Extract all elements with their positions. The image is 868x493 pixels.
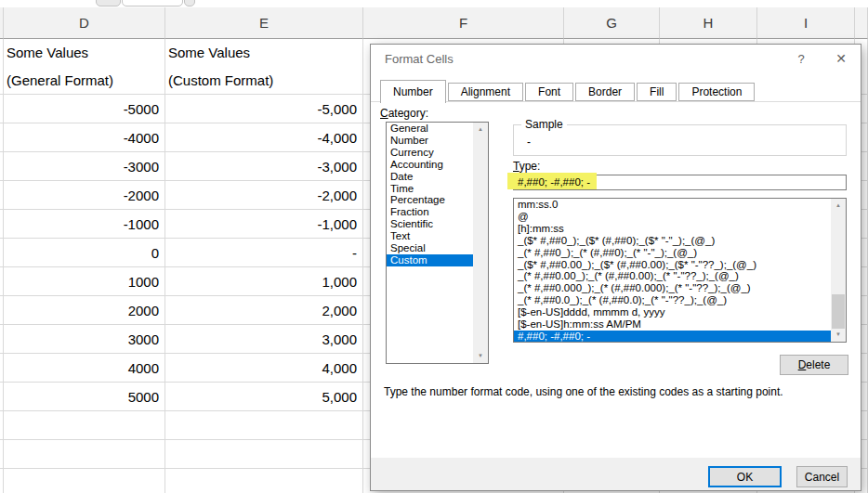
type-list-item-5[interactable]: _($* #,##0.00_);_($* (#,##0.00);_($* "-"… [514, 259, 832, 271]
help-icon[interactable]: ? [794, 52, 809, 66]
cell-E0[interactable]: Some Values (Custom Format) [165, 39, 363, 95]
tab-number[interactable]: Number [380, 80, 446, 103]
scroll-down-icon[interactable]: ▼ [473, 349, 488, 363]
sample-value: - [527, 136, 531, 149]
category-item-time[interactable]: Time [387, 183, 474, 195]
category-item-date[interactable]: Date [387, 171, 474, 183]
cell-E2[interactable]: -4,000 [165, 123, 363, 152]
cell-E7[interactable]: 1,000 [165, 267, 363, 296]
column-header-row: DEFGHI [0, 7, 868, 39]
delete-button[interactable]: Delete [780, 355, 848, 375]
type-list-item-6[interactable]: _(* #,##0.00_);_(* (#,##0.00);_(* "-"??_… [514, 270, 832, 282]
cell-D3[interactable]: -3000 [4, 152, 165, 181]
type-list-item-7[interactable]: _(* #,##0.000_);_(* (#,##0.000);_(* "-"?… [514, 282, 832, 294]
category-item-number[interactable]: Number [387, 135, 474, 147]
helper-text: Type the number format code, using one o… [384, 385, 783, 398]
tab-border[interactable]: Border [575, 83, 635, 101]
type-list-item-8[interactable]: _(* #,##0.0_);_(* (#,##0.0);_(* "-"??_);… [514, 294, 832, 306]
type-input-value: #,##0; -#,##0; - [514, 175, 846, 189]
column-header-H[interactable]: H [660, 7, 757, 39]
cell-D8[interactable]: 2000 [4, 296, 165, 325]
cell-D2[interactable]: -4000 [4, 123, 165, 152]
cell-E9[interactable]: 3,000 [165, 325, 363, 354]
type-list-item-3[interactable]: _($* #,##0_);_($* (#,##0);_($* "-"_);_(@… [514, 235, 832, 247]
cell-E1[interactable]: -5,000 [165, 95, 363, 123]
cell-E12[interactable] [165, 411, 363, 440]
dialog-footer [371, 458, 861, 490]
column-header-E[interactable]: E [165, 7, 363, 39]
cell-D14[interactable] [4, 469, 165, 493]
ribbon-edge-strip [0, 0, 868, 7]
category-scrollbar[interactable]: ▲ ▼ [473, 123, 488, 363]
scroll-up-icon[interactable]: ▲ [831, 199, 846, 213]
type-list-item-9[interactable]: [$-en-US]dddd, mmmm d, yyyy [514, 306, 832, 318]
category-item-custom[interactable]: Custom [387, 254, 474, 266]
category-list[interactable]: ▲ ▼ GeneralNumberCurrencyAccountingDateT… [386, 122, 489, 364]
type-list-item-2[interactable]: [h]:mm:ss [514, 223, 832, 235]
column-header-G[interactable]: G [564, 7, 660, 39]
scrollbar-thumb[interactable] [832, 294, 845, 329]
cell-D12[interactable] [4, 411, 165, 440]
category-item-text[interactable]: Text [387, 230, 474, 242]
tab-font[interactable]: Font [525, 83, 573, 101]
category-item-scientific[interactable]: Scientific [387, 218, 474, 230]
tab-alignment[interactable]: Alignment [448, 83, 523, 101]
cell-E13[interactable] [165, 440, 363, 469]
cancel-button[interactable]: Cancel [796, 466, 848, 487]
category-label: Category: [380, 107, 428, 120]
cell-E5[interactable]: -1,000 [165, 210, 363, 239]
cell-E14[interactable] [165, 469, 363, 493]
cell-E10[interactable]: 4,000 [165, 354, 363, 383]
sample-label: Sample [521, 118, 567, 131]
category-item-percentage[interactable]: Percentage [387, 194, 474, 206]
column-header-D[interactable]: D [4, 7, 165, 39]
category-item-fraction[interactable]: Fraction [387, 206, 474, 218]
cell-D0[interactable]: Some Values (General Format) [4, 39, 165, 95]
scroll-up-icon[interactable]: ▲ [473, 123, 488, 136]
cell-E11[interactable]: 5,000 [165, 383, 363, 411]
cell-E3[interactable]: -3,000 [165, 152, 363, 181]
cell-D9[interactable]: 3000 [4, 325, 165, 354]
dialog-title: Format Cells [385, 52, 454, 66]
scroll-down-icon[interactable]: ▼ [831, 328, 846, 342]
column-header-spacer [855, 7, 868, 39]
column-header-I[interactable]: I [757, 7, 855, 39]
type-list-item-4[interactable]: _(* #,##0_);_(* (#,##0);_(* "-"_);_(@_) [514, 247, 832, 259]
dialog-tabs: NumberAlignmentFontBorderFillProtection [380, 81, 755, 101]
sample-groupbox: Sample - [513, 124, 847, 156]
cell-E8[interactable]: 2,000 [165, 296, 363, 325]
type-label: Type: [513, 160, 540, 173]
sheet-tab-remnant [184, 0, 195, 6]
category-item-special[interactable]: Special [387, 242, 474, 254]
cell-D5[interactable]: -1000 [4, 210, 165, 239]
type-list-scrollbar[interactable]: ▲ ▼ [831, 199, 846, 342]
close-icon[interactable]: ✕ [833, 51, 849, 66]
category-item-currency[interactable]: Currency [387, 147, 474, 159]
type-input[interactable]: #,##0; -#,##0; - [513, 175, 847, 190]
sheet-tab-remnant [96, 0, 121, 6]
cell-D13[interactable] [4, 440, 165, 469]
type-list-item-11[interactable]: #,##0; -#,##0; - [514, 331, 832, 343]
ok-button[interactable]: OK [708, 466, 782, 487]
cell-D6[interactable]: 0 [4, 239, 165, 267]
tab-protection[interactable]: Protection [678, 83, 755, 101]
type-list-item-10[interactable]: [$-en-US]h:mm:ss AM/PM [514, 318, 832, 331]
column-header-F[interactable]: F [363, 7, 564, 39]
cell-E4[interactable]: -2,000 [165, 181, 363, 210]
type-list[interactable]: ▲ ▼ mm:ss.0@[h]:mm:ss_($* #,##0_);_($* (… [513, 198, 847, 343]
cell-D11[interactable]: 5000 [4, 383, 165, 411]
format-cells-dialog: Format Cells ? ✕ NumberAlignmentFontBord… [370, 44, 861, 491]
tab-fill[interactable]: Fill [637, 83, 677, 101]
cell-D7[interactable]: 1000 [4, 267, 165, 296]
cell-D10[interactable]: 4000 [4, 354, 165, 383]
cell-D1[interactable]: -5000 [4, 95, 165, 123]
cell-D4[interactable]: -2000 [4, 181, 165, 210]
category-item-accounting[interactable]: Accounting [387, 159, 474, 171]
type-list-item-0[interactable]: mm:ss.0 [514, 199, 832, 211]
cell-E6[interactable]: - [165, 239, 363, 267]
sheet-tab-remnant [122, 0, 183, 6]
type-list-item-1[interactable]: @ [514, 211, 832, 223]
category-item-general[interactable]: General [387, 123, 474, 135]
